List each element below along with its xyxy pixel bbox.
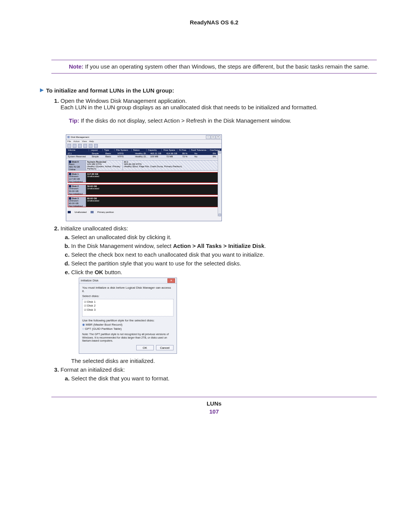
option-icon[interactable] bbox=[83, 144, 87, 148]
window-controls[interactable]: – □ × bbox=[206, 135, 220, 139]
col-cap: Capacity bbox=[147, 149, 162, 151]
col-layout: Layout bbox=[89, 149, 102, 151]
note-label: Note: bbox=[69, 63, 83, 70]
help-icon[interactable] bbox=[94, 144, 98, 148]
step-3: Format an initialized disk: Select the d… bbox=[61, 366, 377, 382]
disk-partition[interactable]: (C:)465.66 GB NTFSHealthy (Boot, Page Fi… bbox=[123, 160, 220, 170]
disk-checkbox[interactable]: Disk 3 bbox=[84, 308, 172, 312]
back-icon[interactable] bbox=[67, 144, 71, 148]
dm-title: Disk Management bbox=[71, 136, 89, 138]
minimize-icon[interactable]: – bbox=[206, 135, 210, 139]
close-icon[interactable]: × bbox=[216, 135, 220, 139]
option2-icon[interactable] bbox=[89, 144, 92, 148]
dm-toolbar[interactable] bbox=[66, 143, 221, 149]
cancel-button[interactable]: Cancel bbox=[156, 345, 174, 350]
step-3a: Select the disk that you want to format. bbox=[71, 375, 377, 382]
disk-row[interactable]: Disk 3Unknown60.00 GBNot Initialized60.0… bbox=[68, 197, 220, 207]
scrollbar[interactable] bbox=[218, 151, 221, 216]
table-row[interactable]: (C:) Simple Basic NTFS Healthy (B... 465… bbox=[66, 152, 221, 155]
col-ft: Fault Tolerance bbox=[190, 149, 208, 151]
col-fs: File System bbox=[115, 149, 132, 151]
step-2d: Select the partition style that you want… bbox=[71, 260, 377, 267]
menu-view[interactable]: View bbox=[82, 140, 87, 142]
disk-header: Disk 3Unknown60.00 GBNot Initialized bbox=[68, 197, 86, 207]
disk-checkbox[interactable]: Disk 1 bbox=[84, 300, 172, 304]
disk-row[interactable]: Disk 1Unknown117.00 GBNot Initialized117… bbox=[68, 172, 220, 183]
step-2-intro: Initialize unallocated disks: bbox=[61, 225, 128, 232]
radio-gpt[interactable]: GPT (GUID Partition Table) bbox=[82, 327, 174, 331]
table-row[interactable]: System Reserved Simple Basic NTFS Health… bbox=[66, 155, 221, 158]
menu-action[interactable]: Action bbox=[73, 140, 80, 142]
disk-management-window: Disk Management – □ × File Action View H… bbox=[66, 134, 222, 221]
step-2c: Select the check box next to each unallo… bbox=[71, 251, 377, 258]
doc-title: ReadyNAS OS 6.2 bbox=[51, 19, 377, 26]
step-3-intro: Format an initialized disk: bbox=[61, 366, 125, 373]
tip-block: Tip: If the disks do not display, select… bbox=[69, 117, 377, 124]
disk-partition[interactable]: System Reserved100 MB NTFSHealthy (Syste… bbox=[86, 160, 123, 170]
col-type: Type bbox=[103, 149, 115, 151]
col-pct: % Free bbox=[177, 149, 189, 151]
dm-table-header: Volume Layout Type File System Status Ca… bbox=[66, 149, 221, 152]
step-2-result: The selected disks are initialized. bbox=[71, 358, 377, 364]
ok-button[interactable]: OK bbox=[136, 345, 154, 350]
disk-partition[interactable]: 117.00 GBUnallocated bbox=[86, 173, 220, 182]
col-status: Status bbox=[132, 149, 147, 151]
col-free: Free Space bbox=[162, 149, 177, 151]
disk-partition[interactable]: 50.00 GBUnallocated bbox=[86, 185, 220, 195]
dm-app-icon bbox=[67, 136, 70, 138]
note-block: Note: If you use an operating system oth… bbox=[51, 60, 377, 73]
section-heading: To initialize and format LUNs in the LUN… bbox=[40, 87, 377, 94]
col-volume: Volume bbox=[66, 149, 89, 151]
disk-header: Disk 0Basic465.76 GBOnline bbox=[68, 160, 86, 170]
maximize-icon[interactable]: □ bbox=[211, 135, 215, 139]
legend-swatch-unalloc-icon bbox=[68, 211, 71, 213]
step-2: Initialize unallocated disks: Select an … bbox=[61, 225, 377, 364]
disk-checkbox[interactable]: Disk 2 bbox=[84, 304, 172, 308]
disk-header: Disk 2Unknown50.00 GBNot Initialized bbox=[68, 185, 86, 195]
dm-disk-graph: Disk 0Basic465.76 GBOnlineSystem Reserve… bbox=[66, 158, 221, 210]
footer-rule bbox=[51, 397, 377, 397]
id-title: Initialize Disk bbox=[81, 279, 99, 282]
radio-mbr[interactable]: MBR (Master Boot Record) bbox=[82, 323, 174, 326]
arrow-icon bbox=[40, 88, 44, 92]
id-select-label: Select disks: bbox=[82, 294, 174, 298]
step-1-line1: Open the Windows Disk Management applica… bbox=[61, 97, 187, 104]
id-message: You must initialize a disk before Logica… bbox=[82, 286, 174, 293]
footer-page: 107 bbox=[51, 408, 377, 415]
disk-partition[interactable]: 60.00 GBUnallocated bbox=[86, 197, 220, 207]
section-heading-text: To initialize and format LUNs in the LUN… bbox=[46, 87, 174, 94]
step-2b: In the Disk Management window, select Ac… bbox=[71, 243, 377, 249]
refresh-icon[interactable] bbox=[78, 144, 82, 148]
dm-legend: Unallocated Primary partition bbox=[66, 210, 221, 214]
footer-section: LUNs bbox=[51, 400, 377, 407]
dm-volume-table: Volume Layout Type File System Status Ca… bbox=[66, 149, 221, 158]
step-1-line2: Each LUN in the LUN group displays as an… bbox=[61, 104, 317, 110]
note-text: If you use an operating system other tha… bbox=[85, 63, 370, 70]
disk-header: Disk 1Unknown117.00 GBNot Initialized bbox=[68, 173, 86, 182]
step-2a: Select an unallocated disk by clicking i… bbox=[71, 234, 377, 240]
initialize-disk-dialog: Initialize Disk ✕ You must initialize a … bbox=[79, 278, 177, 354]
step-2e: Click the OK button. bbox=[71, 269, 377, 275]
id-note: Note: The GPT partition style is not rec… bbox=[82, 333, 174, 343]
rule-bottom bbox=[51, 73, 377, 73]
close-icon[interactable]: ✕ bbox=[167, 278, 175, 283]
tip-text: If the disks do not display, select Acti… bbox=[81, 117, 291, 124]
forward-icon[interactable] bbox=[73, 144, 76, 148]
legend-swatch-primary-icon bbox=[91, 211, 94, 213]
id-style-label: Use the following partition style for th… bbox=[82, 319, 174, 322]
disk-row[interactable]: Disk 0Basic465.76 GBOnlineSystem Reserve… bbox=[68, 160, 220, 171]
id-disk-list[interactable]: Disk 1 Disk 2 Disk 3 bbox=[82, 299, 174, 316]
tip-label: Tip: bbox=[69, 117, 79, 124]
menu-file[interactable]: File bbox=[67, 140, 71, 142]
dm-menubar[interactable]: File Action View Help bbox=[66, 140, 221, 143]
menu-help[interactable]: Help bbox=[89, 140, 94, 142]
step-1: Open the Windows Disk Management applica… bbox=[61, 97, 377, 221]
disk-row[interactable]: Disk 2Unknown50.00 GBNot Initialized50.0… bbox=[68, 184, 220, 195]
